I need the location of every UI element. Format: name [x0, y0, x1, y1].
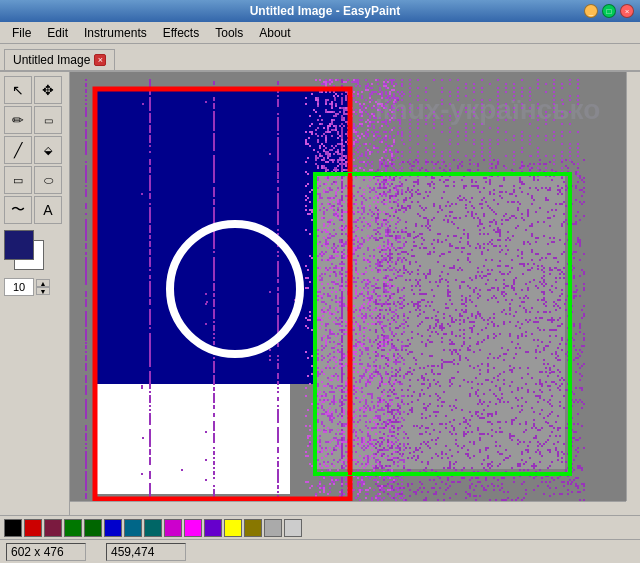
palette-lightgray[interactable]: [284, 519, 302, 537]
size-up-button[interactable]: ▲: [36, 279, 50, 287]
palette-olive[interactable]: [244, 519, 262, 537]
horizontal-scrollbar[interactable]: [70, 501, 626, 515]
fill-tool[interactable]: ⬙: [34, 136, 62, 164]
size-spinner: ▲ ▼: [36, 279, 50, 295]
size-control: ▲ ▼: [4, 278, 65, 296]
tool-row-2: ✏ ▭: [4, 106, 65, 134]
curve-tool[interactable]: 〜: [4, 196, 32, 224]
tab-close-button[interactable]: ×: [94, 54, 106, 66]
palette-purple[interactable]: [164, 519, 182, 537]
palette-violet[interactable]: [204, 519, 222, 537]
tabbar: Untitled Image ×: [0, 44, 640, 72]
pencil-tool[interactable]: ✏: [4, 106, 32, 134]
palette-teal1[interactable]: [124, 519, 142, 537]
line-tool[interactable]: ╱: [4, 136, 32, 164]
scroll-corner: [626, 501, 640, 515]
maximize-button[interactable]: □: [602, 4, 616, 18]
left-toolbar: ↖ ✥ ✏ ▭ ╱ ⬙ ▭ ⬭ 〜 A ▲ ▼: [0, 72, 70, 515]
eraser-tool[interactable]: ▭: [34, 106, 62, 134]
color-swatch-area: [4, 230, 64, 274]
menu-edit[interactable]: Edit: [39, 24, 76, 42]
tool-row-5: 〜 A: [4, 196, 65, 224]
palette-green2[interactable]: [84, 519, 102, 537]
tab-label: Untitled Image: [13, 53, 90, 67]
vertical-scrollbar[interactable]: [626, 72, 640, 501]
size-input[interactable]: [4, 278, 34, 296]
menu-effects[interactable]: Effects: [155, 24, 207, 42]
ellipse-tool[interactable]: ⬭: [34, 166, 62, 194]
minimize-button[interactable]: _: [584, 4, 598, 18]
size-down-button[interactable]: ▼: [36, 287, 50, 295]
palette-gray[interactable]: [264, 519, 282, 537]
main-area: ↖ ✥ ✏ ▭ ╱ ⬙ ▭ ⬭ 〜 A ▲ ▼: [0, 72, 640, 515]
titlebar-controls: _ □ ×: [584, 4, 634, 18]
palette-blue[interactable]: [104, 519, 122, 537]
palette-red[interactable]: [24, 519, 42, 537]
tool-row-1: ↖ ✥: [4, 76, 65, 104]
image-tab[interactable]: Untitled Image ×: [4, 49, 115, 70]
close-button[interactable]: ×: [620, 4, 634, 18]
palette-teal2[interactable]: [144, 519, 162, 537]
titlebar: Untitled Image - EasyPaint _ □ ×: [0, 0, 640, 22]
statusbar: 602 x 476 459,474: [0, 539, 640, 563]
cursor-tool[interactable]: ↖: [4, 76, 32, 104]
menu-file[interactable]: File: [4, 24, 39, 42]
foreground-color-swatch[interactable]: [4, 230, 34, 260]
palette-black[interactable]: [4, 519, 22, 537]
coordinates-status: 459,474: [106, 543, 186, 561]
menu-instruments[interactable]: Instruments: [76, 24, 155, 42]
rectangle-tool[interactable]: ▭: [4, 166, 32, 194]
palette-green1[interactable]: [64, 519, 82, 537]
palette-yellow[interactable]: [224, 519, 242, 537]
canvas-wrapper: [78, 80, 632, 507]
palette-magenta[interactable]: [184, 519, 202, 537]
palette-darkred[interactable]: [44, 519, 62, 537]
hand-tool[interactable]: ✥: [34, 76, 62, 104]
paint-canvas[interactable]: [85, 79, 625, 509]
titlebar-title: Untitled Image - EasyPaint: [66, 4, 584, 18]
canvas-container[interactable]: [70, 72, 640, 515]
menubar: File Edit Instruments Effects Tools Abou…: [0, 22, 640, 44]
text-tool[interactable]: A: [34, 196, 62, 224]
tool-row-4: ▭ ⬭: [4, 166, 65, 194]
menu-about[interactable]: About: [251, 24, 298, 42]
menu-tools[interactable]: Tools: [207, 24, 251, 42]
palette-bar: [0, 515, 640, 539]
dimensions-status: 602 x 476: [6, 543, 86, 561]
tool-row-3: ╱ ⬙: [4, 136, 65, 164]
